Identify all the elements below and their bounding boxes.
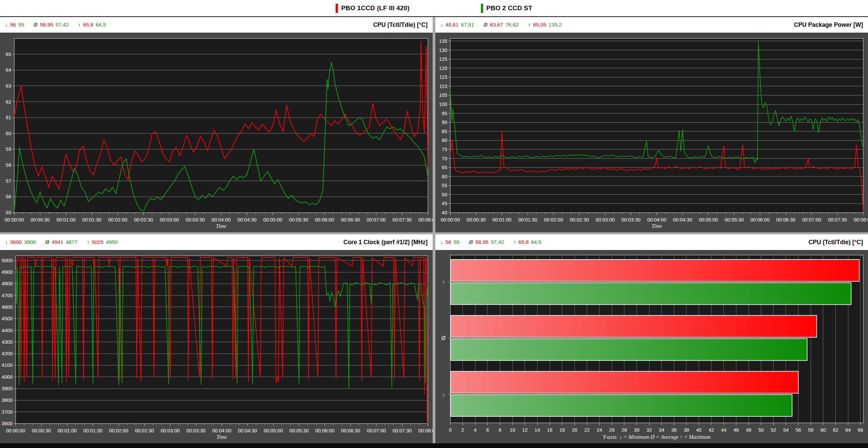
svg-text:00:07:00: 00:07:00 <box>366 217 385 222</box>
svg-text:52: 52 <box>771 427 776 433</box>
svg-text:4700: 4700 <box>2 293 13 298</box>
svg-text:00:03:00: 00:03:00 <box>160 217 179 222</box>
svg-text:48: 48 <box>746 427 751 433</box>
sensor-comparison-window: PBO 1CCD (LF III 420) PBO 2 CCD ST ↓5655… <box>0 0 868 448</box>
svg-text:00:04:00: 00:04:00 <box>211 217 230 222</box>
svg-text:55: 55 <box>442 183 447 188</box>
svg-text:60: 60 <box>6 131 11 136</box>
svg-text:56: 56 <box>796 427 801 433</box>
svg-text:00:00:30: 00:00:30 <box>31 217 50 222</box>
svg-text:65: 65 <box>6 52 11 57</box>
svg-text:54: 54 <box>783 427 789 433</box>
bar-red-↑ <box>451 259 859 281</box>
svg-text:22: 22 <box>584 427 590 433</box>
svg-text:130: 130 <box>439 48 447 53</box>
chart-cpu-temp-line[interactable]: 555657585960616263646500:00:0000:00:3000… <box>0 33 433 232</box>
stat-item: ↑85,05135,2 <box>528 22 562 28</box>
svg-text:Time: Time <box>216 434 227 440</box>
svg-text:36: 36 <box>671 427 677 433</box>
svg-text:00:02:30: 00:02:30 <box>135 428 154 433</box>
svg-text:8: 8 <box>498 427 501 433</box>
svg-text:44: 44 <box>721 427 727 433</box>
stat-item: Ø49414877 <box>45 239 77 245</box>
stat-item: ↓40,6167,51 <box>440 22 474 28</box>
svg-text:4000: 4000 <box>2 374 13 380</box>
svg-text:00:07:00: 00:07:00 <box>802 217 821 222</box>
svg-text:00:06:30: 00:06:30 <box>341 217 360 222</box>
svg-text:20: 20 <box>572 427 577 433</box>
svg-text:66: 66 <box>858 427 863 433</box>
svg-text:3800: 3800 <box>2 397 13 403</box>
stat-item: ↑65,864,5 <box>78 22 106 28</box>
svg-text:00:04:00: 00:04:00 <box>212 428 231 433</box>
stat-item: Ø63,6776,62 <box>484 22 518 28</box>
svg-text:12: 12 <box>522 427 528 433</box>
svg-text:60: 60 <box>820 427 826 433</box>
svg-text:00:06:00: 00:06:00 <box>315 428 334 433</box>
svg-text:00:05:30: 00:05:30 <box>289 217 308 222</box>
svg-text:10: 10 <box>510 427 515 433</box>
svg-text:2: 2 <box>461 427 464 433</box>
svg-text:4600: 4600 <box>2 304 13 310</box>
svg-text:00:02:00: 00:02:00 <box>109 428 128 433</box>
cpu-package-power-plot[interactable]: 4045505560657075808590951001051101151201… <box>435 33 868 232</box>
bar-green-↓ <box>451 395 792 416</box>
svg-text:4300: 4300 <box>2 339 13 345</box>
core1-clock-plot[interactable]: 3600370038003900400041004200430044004500… <box>0 250 433 443</box>
header-core1-clock: ↓36003900Ø49414877↑50254950 Core 1 Clock… <box>0 234 433 250</box>
svg-text:00:02:00: 00:02:00 <box>544 217 563 222</box>
svg-text:00:00:00: 00:00:00 <box>441 217 460 222</box>
chart-cpu-temp-bars[interactable]: 0246810121416182022242628303234363840424… <box>435 250 868 443</box>
svg-text:0: 0 <box>449 427 452 433</box>
bar-red-↓ <box>451 371 798 393</box>
svg-text:45: 45 <box>442 201 447 206</box>
svg-text:4900: 4900 <box>2 269 13 275</box>
svg-text:80: 80 <box>442 138 447 143</box>
svg-text:28: 28 <box>622 427 627 433</box>
svg-text:34: 34 <box>659 427 664 433</box>
svg-text:46: 46 <box>733 427 739 433</box>
panel-title: CPU (Tctl/Tdie) [°C] <box>809 239 863 246</box>
stats-cpu-temp-bars: ↓5655Ø58,9557,42↑65,864,5 <box>440 239 541 245</box>
svg-text:24: 24 <box>597 427 602 433</box>
chart-package-power-line[interactable]: 4045505560657075808590951001051101151201… <box>435 33 868 232</box>
svg-text:00:01:00: 00:01:00 <box>492 217 511 222</box>
chart-core1-clock-line[interactable]: 3600370038003900400041004200430044004500… <box>0 250 433 443</box>
svg-text:00:01:00: 00:01:00 <box>58 428 77 433</box>
legend-label: PBO 2 CCD ST <box>486 4 532 12</box>
stat-item: Ø58,9557,42 <box>469 239 504 245</box>
svg-text:62: 62 <box>833 427 838 433</box>
svg-text:30: 30 <box>634 427 639 433</box>
svg-text:6: 6 <box>486 427 489 433</box>
svg-text:00:07:30: 00:07:30 <box>393 217 412 222</box>
stats-core1-clock: ↓36003900Ø49414877↑50254950 <box>5 239 118 245</box>
stat-item: ↑50254950 <box>87 239 117 245</box>
legend-swatch-red-icon <box>336 4 338 13</box>
svg-text:00:07:30: 00:07:30 <box>393 428 412 433</box>
cpu-temp-bars-plot[interactable]: 0246810121416182022242628303234363840424… <box>435 250 868 443</box>
stat-item: Ø58,9557,42 <box>34 22 69 28</box>
svg-text:Time: Time <box>216 223 226 229</box>
svg-text:00:06:30: 00:06:30 <box>776 217 795 222</box>
panel-divider-vertical <box>433 17 435 443</box>
cpu-temp-plot[interactable]: 555657585960616263646500:00:0000:00:3000… <box>0 33 433 232</box>
svg-text:00:08:00: 00:08:00 <box>854 217 868 222</box>
svg-text:00:01:30: 00:01:30 <box>82 217 101 222</box>
svg-text:40: 40 <box>442 210 447 215</box>
svg-text:00:04:30: 00:04:30 <box>237 217 256 222</box>
legend: PBO 1CCD (LF III 420) PBO 2 CCD ST <box>0 0 868 16</box>
svg-text:4: 4 <box>474 427 476 433</box>
svg-text:↓: ↓ <box>442 391 445 397</box>
svg-text:Y-axis: ↓ = Minimum Ø =: Y-axis: ↓ = Minimum Ø = Average ↑ = Maxi… <box>603 434 711 440</box>
svg-text:115: 115 <box>439 74 447 80</box>
svg-text:4800: 4800 <box>2 281 13 286</box>
svg-text:00:06:00: 00:06:00 <box>751 217 770 222</box>
stat-item: ↓5655 <box>440 239 459 245</box>
svg-text:00:04:30: 00:04:30 <box>238 428 257 433</box>
svg-text:4500: 4500 <box>2 316 13 321</box>
svg-text:00:03:30: 00:03:30 <box>186 428 205 433</box>
svg-text:00:05:30: 00:05:30 <box>724 217 743 222</box>
svg-text:59: 59 <box>6 146 11 152</box>
svg-text:135: 135 <box>439 38 447 44</box>
svg-text:3700: 3700 <box>2 409 13 415</box>
